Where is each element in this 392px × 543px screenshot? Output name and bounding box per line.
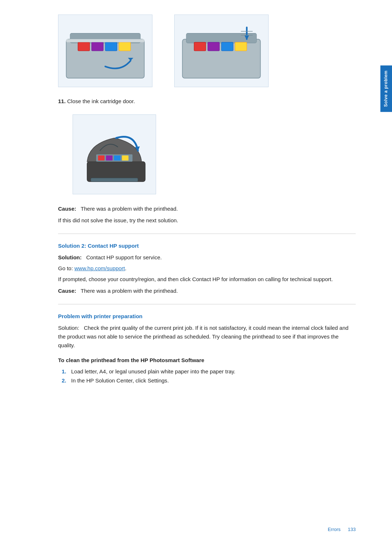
svg-rect-4 <box>105 42 117 51</box>
step-11-number: 11. <box>58 98 66 104</box>
top-images-row <box>58 15 356 87</box>
svg-rect-22 <box>122 155 128 161</box>
svg-rect-13 <box>235 42 247 51</box>
solution-2-line: Solution: Contact HP support for service… <box>58 253 356 262</box>
center-printer-image <box>73 114 156 194</box>
footer-page: 133 <box>348 527 356 532</box>
goto-period: . <box>125 265 126 271</box>
cause-2-text: There was a problem with the printhead. <box>78 288 178 294</box>
side-tab-label: Solve a problem <box>383 70 388 107</box>
svg-rect-19 <box>98 155 105 161</box>
clean-printhead-heading: To clean the printhead from the HP Photo… <box>58 357 356 363</box>
svg-rect-5 <box>119 42 131 51</box>
step-2-text: In the HP Solution Center, click Setting… <box>71 376 169 385</box>
contact-hp-bold: Contact HP <box>192 276 220 282</box>
svg-rect-11 <box>208 42 219 51</box>
contact-info-suffix: for information on calling for technical… <box>220 276 333 282</box>
solution-2-text: Contact HP support for service. <box>83 254 162 260</box>
goto-prefix: Go to: <box>58 265 74 271</box>
cause-block-2: Cause: There was a problem with the prin… <box>58 287 356 295</box>
page-footer: Errors 133 <box>328 527 356 532</box>
cause-1-followup: If this did not solve the issue, try the… <box>58 216 356 225</box>
printer-prep-section: Problem with printer preparation Solutio… <box>58 313 356 385</box>
step-2-num: 2. <box>62 376 68 385</box>
printer-prep-solution-text: Check the print quality of the current p… <box>58 325 348 348</box>
printer-prep-solution-body: Solution: Check the print quality of the… <box>58 324 356 350</box>
cause-block-1: Cause: There was a problem with the prin… <box>58 204 356 213</box>
clean-printhead-steps: 1. Load letter, A4, or legal unused plai… <box>58 367 356 385</box>
step-11-content: Close the ink cartridge door. <box>67 98 135 104</box>
step-11-text: 11. Close the ink cartridge door. <box>58 97 356 106</box>
cause-1-label: Cause: <box>58 206 76 212</box>
svg-rect-23 <box>91 178 138 182</box>
step-1-text: Load letter, A4, or legal unused plain w… <box>71 367 236 376</box>
svg-rect-3 <box>91 42 103 51</box>
cause-1-text: There was a problem with the printhead. <box>78 206 178 212</box>
solution-2-label: Solution: <box>58 254 82 260</box>
contact-info-prefix: If prompted, choose your country/region,… <box>58 276 192 282</box>
svg-rect-10 <box>194 42 206 51</box>
footer-section: Errors <box>328 527 340 532</box>
contact-info-block: If prompted, choose your country/region,… <box>58 275 356 284</box>
svg-rect-12 <box>221 42 233 51</box>
hp-support-link[interactable]: www.hp.com/support <box>74 265 125 271</box>
svg-rect-21 <box>114 155 121 161</box>
svg-rect-7 <box>66 39 144 42</box>
step-1-num: 1. <box>62 367 68 376</box>
svg-rect-20 <box>106 155 113 161</box>
svg-rect-2 <box>78 42 90 51</box>
divider-1 <box>58 234 356 234</box>
solution-2-heading: Solution 2: Contact HP support <box>58 243 356 249</box>
printer-prep-heading: Problem with printer preparation <box>58 313 356 319</box>
step-1-item: 1. Load letter, A4, or legal unused plai… <box>62 367 356 376</box>
right-cartridge-image <box>174 15 269 87</box>
step-2-bold: Settings <box>148 377 167 384</box>
step-2-item: 2. In the HP Solution Center, click Sett… <box>62 376 356 385</box>
divider-2 <box>58 304 356 304</box>
printer-prep-solution-label: Solution: <box>58 325 79 331</box>
center-printer-image-container <box>58 114 356 194</box>
left-cartridge-image <box>58 15 152 87</box>
cause-2-label: Cause: <box>58 288 76 294</box>
side-tab: Solve a problem <box>380 65 392 112</box>
step-2-suffix: . <box>167 377 169 384</box>
solution-2-section: Solution 2: Contact HP support Solution:… <box>58 243 356 295</box>
page-wrapper: Solve a problem <box>0 0 392 543</box>
goto-line: Go to: www.hp.com/support. <box>58 264 356 273</box>
